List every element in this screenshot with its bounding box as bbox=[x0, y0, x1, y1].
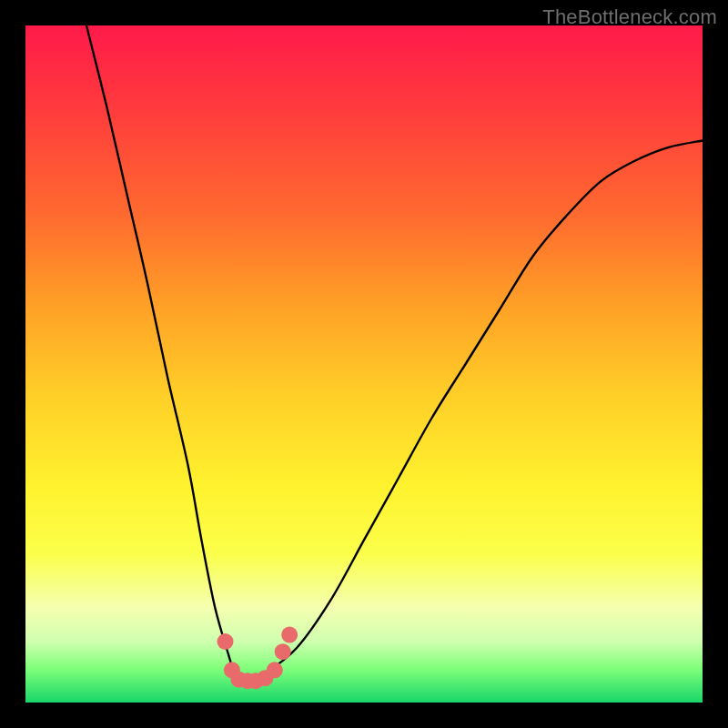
curve-marker bbox=[267, 662, 283, 678]
watermark-text: TheBottleneck.com bbox=[542, 5, 717, 29]
curve-marker bbox=[281, 627, 298, 643]
bottleneck-curve bbox=[86, 25, 703, 683]
chart-svg bbox=[25, 25, 703, 703]
chart-frame: TheBottleneck.com bbox=[0, 0, 728, 728]
curve-marker bbox=[217, 633, 234, 650]
curve-marker bbox=[275, 643, 291, 660]
chart-plot-area bbox=[25, 25, 703, 703]
